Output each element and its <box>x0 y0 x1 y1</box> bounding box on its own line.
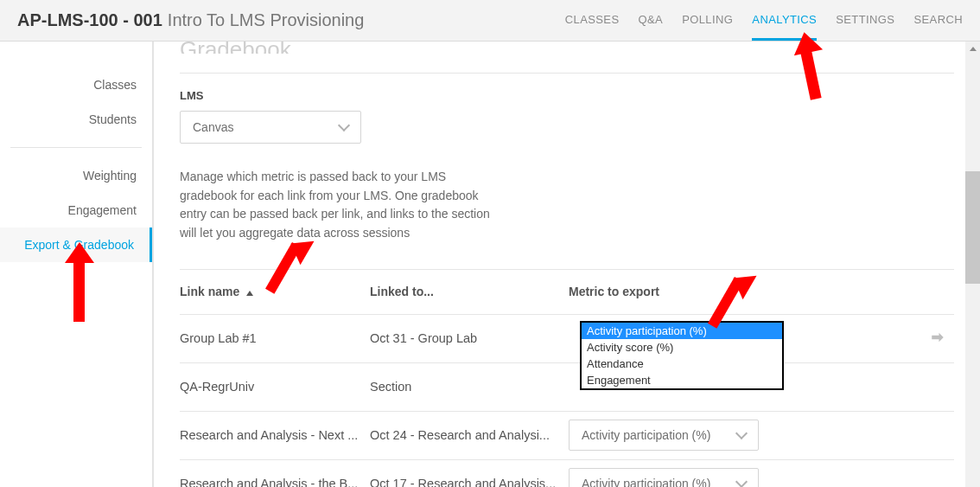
column-link-name-label: Link name <box>180 285 239 298</box>
lms-select[interactable]: Canvas <box>180 111 361 144</box>
course-title: AP-LMS-100 - 001 Intro To LMS Provisioni… <box>17 10 364 30</box>
cell-linked-to: Section <box>370 380 569 394</box>
chevron-down-icon <box>338 119 350 131</box>
share-icon[interactable] <box>930 334 945 348</box>
cell-link-name: Research and Analysis - Next ... <box>180 428 370 442</box>
nav-search[interactable]: SEARCH <box>913 1 963 41</box>
nav-qa[interactable]: Q&A <box>639 1 664 41</box>
table-row: Group Lab #1 Oct 31 - Group Lab <box>180 314 954 362</box>
metric-select-value: Activity participation (%) <box>582 477 710 487</box>
cell-link-name: Research and Analysis - the B... <box>180 477 370 487</box>
chevron-down-icon <box>735 427 748 439</box>
table-row: Research and Analysis - the B... Oct 17 … <box>180 459 954 487</box>
cell-linked-to: Oct 17 - Research and Analysis... <box>370 477 569 487</box>
main-content: Gradebook LMS Canvas Manage which metric… <box>154 42 980 487</box>
metric-select[interactable]: Activity participation (%) <box>569 420 759 451</box>
course-code: AP-LMS-100 - 001 <box>17 10 162 30</box>
sidebar-item-weighting[interactable]: Weighting <box>0 158 152 193</box>
cell-link-name: Group Lab #1 <box>180 331 370 345</box>
description-text: Manage which metric is passed back to yo… <box>180 168 491 243</box>
column-metric[interactable]: Metric to export <box>569 285 785 298</box>
lms-label: LMS <box>180 89 954 102</box>
table-row: Research and Analysis - Next ... Oct 24 … <box>180 411 954 459</box>
table-row: QA-RegrUniv Section <box>180 362 954 411</box>
section-divider <box>180 73 954 74</box>
export-table: Link name Linked to... Metric to export … <box>180 269 954 487</box>
metric-option-engagement[interactable]: Engagement <box>582 372 782 388</box>
metric-select[interactable]: Activity participation (%) <box>569 468 759 487</box>
metric-option-activity-score[interactable]: Activity score (%) <box>582 339 782 356</box>
nav-classes[interactable]: CLASSES <box>565 1 620 41</box>
metric-dropdown-open[interactable]: Activity participation (%) Activity scor… <box>580 321 784 390</box>
sidebar-item-students[interactable]: Students <box>0 102 152 137</box>
metric-select-value: Activity participation (%) <box>582 428 710 442</box>
table-header: Link name Linked to... Metric to export <box>180 269 954 314</box>
metric-option-attendance[interactable]: Attendance <box>582 356 782 372</box>
page-title-cutoff: Gradebook <box>180 42 954 54</box>
top-header: AP-LMS-100 - 001 Intro To LMS Provisioni… <box>0 0 980 42</box>
lms-select-value: Canvas <box>193 120 233 134</box>
nav-polling[interactable]: POLLING <box>682 1 733 41</box>
cell-linked-to: Oct 31 - Group Lab <box>370 331 569 345</box>
sidebar-item-classes[interactable]: Classes <box>0 67 152 102</box>
sidebar-item-engagement[interactable]: Engagement <box>0 193 152 227</box>
scrollbar[interactable] <box>965 42 980 487</box>
chevron-down-icon <box>735 476 748 487</box>
scroll-up-arrow[interactable] <box>965 42 980 56</box>
sort-ascending-icon <box>246 291 253 296</box>
nav-settings[interactable]: SETTINGS <box>836 1 894 41</box>
scrollbar-thumb[interactable] <box>965 171 980 284</box>
column-linked-to[interactable]: Linked to... <box>370 285 569 298</box>
cell-link-name: QA-RegrUniv <box>180 380 370 394</box>
top-nav: CLASSES Q&A POLLING ANALYTICS SETTINGS S… <box>565 1 963 41</box>
sidebar-divider <box>10 147 142 148</box>
cell-linked-to: Oct 24 - Research and Analysi... <box>370 428 569 442</box>
metric-option-activity-participation[interactable]: Activity participation (%) <box>582 323 782 339</box>
course-name: Intro To LMS Provisioning <box>168 10 365 30</box>
